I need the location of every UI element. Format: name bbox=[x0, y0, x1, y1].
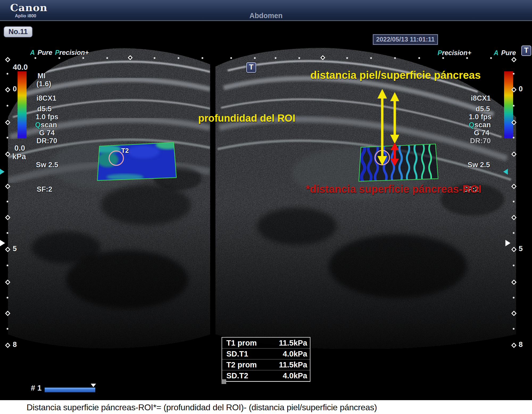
ruler-diamond bbox=[5, 247, 10, 252]
ruler-diamond bbox=[5, 311, 10, 316]
brand-pure: Pure bbox=[501, 49, 516, 56]
ruler-diamond bbox=[511, 247, 517, 252]
measurement-value: 11.5kPa bbox=[279, 360, 310, 369]
right-imaging-brand-text-2: APure bbox=[494, 49, 516, 57]
ruler-depth-label: 8 bbox=[13, 341, 17, 348]
scroll-arrow-icon bbox=[0, 169, 5, 175]
top-ruler-diamond bbox=[128, 55, 132, 60]
top-ruler-dot bbox=[370, 57, 372, 59]
ruler-dot bbox=[7, 73, 8, 75]
ruler-depth-label: 5 bbox=[519, 245, 523, 252]
top-ruler-dot bbox=[154, 57, 155, 59]
top-ruler-dot bbox=[178, 57, 179, 59]
ruler-diamond bbox=[511, 343, 517, 348]
measurement-results-table[interactable]: T1 prom 11.5kPa SD.T1 4.0kPa T2 prom 11.… bbox=[222, 337, 310, 382]
orientation-mark-right-image[interactable]: T bbox=[521, 46, 531, 56]
ruler-dot bbox=[513, 328, 514, 330]
ruler-diamond bbox=[5, 215, 10, 220]
scroll-arrow-icon bbox=[503, 169, 508, 175]
table-row: T1 prom 11.5kPa bbox=[222, 338, 310, 349]
measurement-label: SD.T2 bbox=[222, 371, 248, 380]
measurement-value: 11.5kPa bbox=[279, 339, 310, 347]
ruler-depth-label: 5 bbox=[13, 245, 17, 252]
ruler-diamond bbox=[5, 151, 10, 157]
ruler-diamond bbox=[5, 120, 10, 125]
orientation-mark-left-image[interactable]: T bbox=[246, 62, 256, 73]
ruler-diamond bbox=[5, 343, 10, 348]
measurement-value: 4.0kPa bbox=[283, 350, 310, 358]
ruler-dot bbox=[513, 232, 514, 234]
top-ruler-dot bbox=[82, 57, 84, 59]
annotation-pancreas-surface-roi-distance: *distancia superficie páncreas-ROI bbox=[306, 184, 481, 194]
top-ruler-dot bbox=[106, 57, 108, 59]
image-number-badge[interactable]: No.11 bbox=[4, 26, 32, 37]
right-imaging-brand-text: Precision+ bbox=[438, 49, 471, 57]
top-ruler-dot bbox=[35, 57, 36, 59]
brand-pure: Pure bbox=[38, 49, 52, 56]
annotation-skin-pancreas-distance: distancia piel/superficie páncreas bbox=[285, 70, 506, 80]
study-title: Abdomen bbox=[0, 12, 532, 20]
ruler-depth-label: 0 bbox=[519, 85, 523, 93]
ruler-diamond bbox=[5, 184, 10, 189]
cine-position-marker[interactable] bbox=[91, 384, 96, 387]
ruler-diamond bbox=[511, 215, 517, 220]
brand-recision: recision+ bbox=[442, 49, 471, 56]
measurement-label: T2 prom bbox=[222, 360, 257, 369]
ruler-dot bbox=[513, 265, 514, 266]
table-row: T2 prom 11.5kPa bbox=[222, 359, 310, 370]
annotation-roi-depth: profundidad del ROI bbox=[198, 113, 295, 123]
brand-a: A bbox=[30, 49, 35, 56]
ruler-dot bbox=[7, 137, 8, 138]
ruler-dot bbox=[7, 201, 8, 202]
top-ruler-dot bbox=[59, 57, 60, 59]
ruler-diamond bbox=[5, 57, 10, 62]
ruler-depth-label: 0 bbox=[13, 85, 17, 93]
ruler-diamond bbox=[511, 120, 517, 125]
table-drag-handle[interactable] bbox=[222, 379, 226, 384]
measurement-label: T1 prom bbox=[222, 339, 257, 347]
brand-recision: recision+ bbox=[59, 49, 89, 56]
ruler-dot bbox=[513, 73, 514, 75]
top-ruler-dot bbox=[466, 57, 468, 59]
datetime-display: 2022/05/13 11:01:11 bbox=[373, 34, 438, 45]
brand-p: P bbox=[55, 49, 60, 56]
ruler-diamond bbox=[511, 184, 517, 189]
ruler-diamond bbox=[511, 311, 517, 316]
top-ruler-dot bbox=[230, 57, 232, 59]
ruler-dot bbox=[7, 328, 8, 330]
top-ruler-dot bbox=[418, 57, 420, 59]
ruler-dot bbox=[513, 105, 514, 106]
formula-caption: Distancia superficie páncreas-ROI*= (pro… bbox=[27, 402, 377, 412]
ruler-diamond bbox=[511, 151, 517, 157]
roi-t2-label: T2 bbox=[121, 147, 129, 154]
ruler-diamond bbox=[511, 280, 517, 285]
ruler-diamond bbox=[511, 87, 517, 92]
brand-p: P bbox=[438, 49, 442, 56]
measurement-label: SD.T1 bbox=[222, 350, 248, 358]
top-ruler-diamond bbox=[320, 55, 325, 60]
ruler-dot bbox=[7, 297, 8, 298]
top-ruler-dot bbox=[442, 57, 444, 59]
ruler-dot bbox=[7, 232, 8, 234]
header-bar: Canon Aplio i800 Abdomen bbox=[0, 0, 532, 21]
top-ruler-dot bbox=[394, 57, 396, 59]
cine-progress-bar[interactable] bbox=[44, 387, 95, 392]
ruler-diamond bbox=[5, 280, 10, 285]
caption-band: Distancia superficie páncreas-ROI*= (pro… bbox=[0, 400, 532, 414]
left-imaging-brand-text: APurePrecision+ bbox=[30, 49, 89, 56]
table-row: SD.T2 4.0kPa bbox=[222, 370, 310, 381]
ruler-dot bbox=[7, 105, 8, 106]
focus-marker-icon bbox=[505, 240, 510, 246]
top-ruler-dot bbox=[275, 57, 276, 59]
ruler-dot bbox=[513, 297, 514, 298]
ruler-diamond bbox=[511, 57, 517, 62]
ruler-diamond bbox=[5, 87, 10, 92]
table-row: SD.T1 4.0kPa bbox=[222, 349, 310, 359]
top-ruler-dot bbox=[254, 57, 256, 59]
ultrasound-screen: Canon Aplio i800 Abdomen No.11 2022/05/1… bbox=[0, 0, 532, 414]
top-ruler-dot bbox=[298, 57, 300, 59]
measurement-value: 4.0kPa bbox=[283, 371, 310, 380]
ruler-depth-label: 8 bbox=[519, 341, 523, 348]
ruler-dot bbox=[513, 137, 514, 138]
brand-a: A bbox=[494, 49, 498, 56]
